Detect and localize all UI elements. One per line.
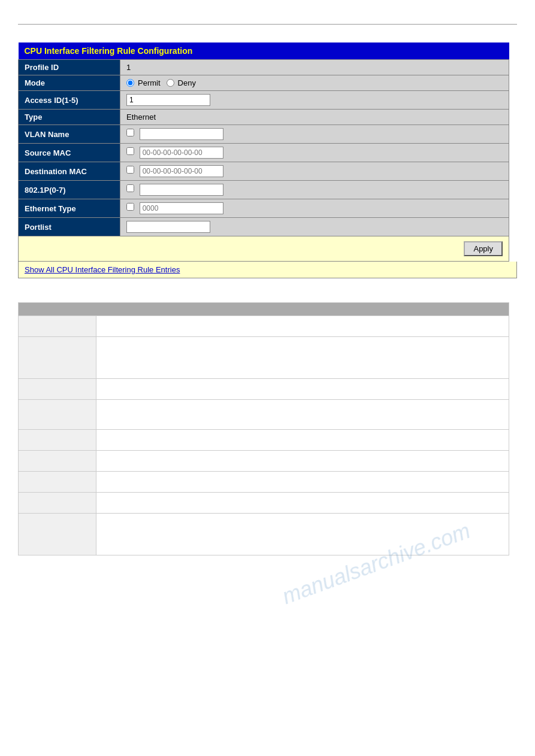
access-id-cell [120, 91, 509, 110]
portlist-label: Portlist [19, 218, 120, 236]
ref-label-1 [19, 316, 96, 337]
dest-mac-cell [120, 162, 509, 181]
source-mac-label: Source MAC [19, 144, 120, 162]
ref-label-2 [19, 337, 96, 379]
ref-value-9 [96, 514, 509, 555]
ref-label-4 [19, 400, 96, 430]
config-table: CPU Interface Filtering Rule Configurati… [18, 42, 509, 262]
config-table-title: CPU Interface Filtering Rule Configurati… [19, 42, 509, 60]
source-mac-checkbox[interactable] [126, 147, 134, 155]
vlan-name-input[interactable] [140, 128, 223, 140]
ethernet-type-input[interactable] [140, 202, 223, 214]
access-id-input[interactable] [126, 94, 210, 106]
ref-table [18, 302, 509, 555]
type-label: Type [19, 110, 120, 125]
ethernet-type-cell [120, 199, 509, 218]
ref-value-1 [96, 316, 509, 337]
vlan-name-cell [120, 125, 509, 144]
ref-label-8 [19, 493, 96, 514]
mode-value-cell: Permit Deny [120, 75, 509, 91]
ref-label-7 [19, 472, 96, 493]
ref-value-7 [96, 472, 509, 493]
dest-mac-input[interactable] [140, 165, 223, 177]
ref-label-6 [19, 451, 96, 472]
dot1p-input[interactable] [140, 184, 223, 196]
dot1p-checkbox[interactable] [126, 184, 134, 192]
access-id-label: Access ID(1-5) [19, 91, 120, 110]
apply-button[interactable]: Apply [464, 241, 503, 256]
ref-label-5 [19, 430, 96, 451]
show-all-link[interactable]: Show All CPU Interface Filtering Rule En… [25, 265, 180, 274]
ethernet-type-label: Ethernet Type [19, 199, 120, 218]
vlan-name-label: VLAN Name [19, 125, 120, 144]
ref-header-row [19, 303, 509, 316]
source-mac-input[interactable] [140, 147, 223, 159]
dot1p-cell [120, 181, 509, 199]
deny-label: Deny [178, 78, 196, 87]
portlist-cell [120, 218, 509, 236]
type-value: Ethernet [120, 110, 509, 125]
vlan-name-checkbox[interactable] [126, 129, 134, 136]
ref-value-8 [96, 493, 509, 514]
permit-label: Permit [138, 78, 161, 87]
dot1p-label: 802.1P(0-7) [19, 181, 120, 199]
source-mac-cell [120, 144, 509, 162]
mode-label: Mode [19, 75, 120, 91]
dest-mac-label: Destination MAC [19, 162, 120, 181]
apply-cell: Apply [19, 236, 509, 262]
ref-value-6 [96, 451, 509, 472]
ethernet-type-checkbox[interactable] [126, 203, 134, 211]
portlist-input[interactable] [126, 221, 210, 233]
ref-value-5 [96, 430, 509, 451]
ref-label-3 [19, 379, 96, 400]
ref-value-3 [96, 379, 509, 400]
dest-mac-checkbox[interactable] [126, 166, 134, 174]
ref-label-9 [19, 514, 96, 555]
deny-radio[interactable] [167, 79, 174, 87]
ref-value-2 [96, 337, 509, 379]
profile-id-label: Profile ID [19, 60, 120, 75]
profile-id-value: 1 [120, 60, 509, 75]
show-link-container: Show All CPU Interface Filtering Rule En… [18, 262, 517, 278]
permit-radio[interactable] [126, 79, 134, 87]
ref-value-4 [96, 400, 509, 430]
